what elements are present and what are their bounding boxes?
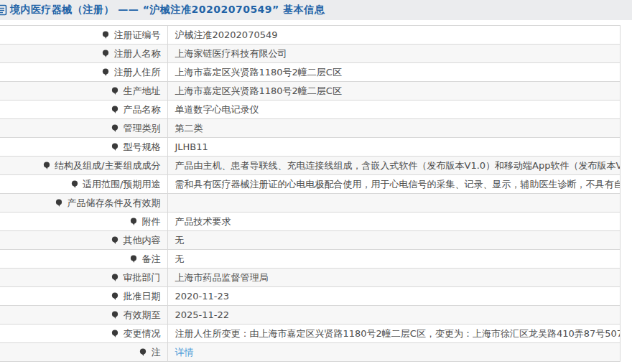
row-label-text: 注册证编号	[114, 29, 161, 40]
row-value-text: 无	[175, 253, 185, 264]
note-balloon-icon	[111, 292, 118, 303]
note-balloon-icon	[43, 162, 50, 172]
note-balloon-icon	[111, 236, 118, 247]
note-balloon-icon	[111, 311, 118, 322]
row-label: 变更情况	[0, 325, 167, 343]
table-row: 批准日期 2020-11-23	[0, 287, 621, 306]
info-table: 注册证编号 沪械注准20202070549 注册人名称 上海家链医疗科技有限公司	[0, 25, 621, 362]
row-value-text: 上海市嘉定区兴贤路1180号2幢二层C区	[175, 67, 342, 78]
table-row: 有效期至 2025-11-22	[0, 306, 621, 325]
row-value	[167, 194, 621, 213]
detail-link[interactable]: 详情	[175, 347, 194, 358]
row-label-text: 适用范围/预期用途	[83, 179, 160, 190]
row-value: 沪械注准20202070549	[167, 26, 621, 45]
table-row: 结构及组成/主要组成成分 产品由主机、患者导联线、充电连接线组成，含嵌入式软件（…	[0, 157, 621, 175]
row-label-text: 产品储存条件及有效期	[68, 197, 161, 208]
row-label-text: 生产地址	[124, 85, 161, 96]
row-label: 产品名称	[0, 101, 167, 119]
row-value: 注册人住所变更：由上海市嘉定区兴贤路1180号2幢二层C区，变更为：上海市徐汇区…	[167, 325, 621, 343]
row-label: 附件	[0, 213, 167, 231]
page-title: 境内医疗器械（注册） —— “沪械注准20202070549” 基本信息	[10, 4, 325, 17]
row-label: 审批部门	[0, 269, 167, 287]
row-label-text: 其他内容	[124, 235, 161, 246]
row-value-text: 产品技术要求	[175, 216, 231, 227]
row-value: JLHB11	[167, 138, 621, 157]
row-value-text: 上海市药品监督管理局	[175, 272, 269, 283]
row-value: 单道数字心电记录仪	[167, 101, 621, 119]
note-balloon-icon	[111, 124, 118, 135]
row-label: 产品储存条件及有效期	[0, 194, 167, 213]
row-label-text: 备注	[142, 253, 161, 264]
row-value-text: 上海市嘉定区兴贤路1180号2幢二层C区	[175, 85, 342, 96]
row-value: 2020-11-23	[167, 287, 621, 306]
row-value: 产品技术要求	[167, 213, 621, 231]
row-label: 注册人名称	[0, 45, 167, 63]
table-row: 审批部门 上海市药品监督管理局	[0, 269, 621, 287]
row-label-text: 有效期至	[124, 309, 161, 320]
table-row: 其他内容 无	[0, 231, 621, 250]
header-bar: 境内医疗器械（注册） —— “沪械注准20202070549” 基本信息	[0, 0, 632, 20]
row-label-text: 变更情况	[124, 328, 161, 339]
row-label-text: 注	[152, 347, 161, 358]
row-label: 管理类别	[0, 119, 167, 138]
row-value-text: JLHB11	[175, 141, 208, 152]
document-icon	[0, 4, 7, 16]
row-label: 型号规格	[0, 138, 167, 157]
row-value: 产品由主机、患者导联线、充电连接线组成，含嵌入式软件（发布版本V1.0）和移动端…	[167, 157, 621, 175]
note-balloon-icon	[71, 180, 78, 191]
row-value-text: 需和具有医疗器械注册证的心电电极配合使用，用于心电信号的采集、记录、显示，辅助医…	[175, 179, 621, 190]
note-balloon-icon	[111, 106, 118, 116]
table-row: 变更情况 注册人住所变更：由上海市嘉定区兴贤路1180号2幢二层C区，变更为：上…	[0, 325, 621, 343]
row-value-text: 第二类	[175, 123, 203, 134]
row-value: 无	[167, 231, 621, 250]
row-label-text: 审批部门	[124, 272, 161, 283]
row-value-text: 沪械注准20202070549	[175, 29, 278, 40]
row-label: 适用范围/预期用途	[0, 175, 167, 194]
row-value: 上海家链医疗科技有限公司	[167, 45, 621, 63]
table-row: 附件 产品技术要求	[0, 213, 621, 231]
table-row: 注册人名称 上海家链医疗科技有限公司	[0, 45, 621, 63]
table-row: 注册证编号 沪械注准20202070549	[0, 26, 621, 45]
row-label-text: 批准日期	[124, 291, 161, 302]
row-value-text: 2020-11-23	[175, 291, 230, 302]
row-label: 结构及组成/主要组成成分	[0, 157, 167, 175]
note-balloon-icon	[130, 255, 137, 266]
row-label-text: 附件	[142, 216, 161, 227]
note-balloon-icon	[111, 274, 118, 284]
note-balloon-icon	[102, 31, 109, 42]
row-label-text: 管理类别	[124, 123, 161, 134]
table-row: 产品名称 单道数字心电记录仪	[0, 101, 621, 119]
note-balloon-icon	[111, 143, 118, 154]
row-value: 上海市嘉定区兴贤路1180号2幢二层C区	[167, 63, 621, 82]
note-balloon-icon	[139, 348, 147, 359]
row-value: 上海市嘉定区兴贤路1180号2幢二层C区	[167, 82, 621, 101]
table-row: 注册人住所 上海市嘉定区兴贤路1180号2幢二层C区	[0, 63, 621, 82]
row-value-text: 注册人住所变更：由上海市嘉定区兴贤路1180号2幢二层C区，变更为：上海市徐汇区…	[175, 328, 621, 339]
row-label: 备注	[0, 250, 167, 269]
note-balloon-icon	[102, 50, 109, 60]
row-value-text: 2025-11-22	[175, 309, 230, 320]
note-balloon-icon	[130, 218, 137, 228]
row-label: 注册人住所	[0, 63, 167, 82]
row-label: 批准日期	[0, 287, 167, 306]
row-value-text: 产品由主机、患者导联线、充电连接线组成，含嵌入式软件（发布版本V1.0）和移动端…	[175, 160, 621, 171]
table-row: 型号规格 JLHB11	[0, 138, 621, 157]
note-balloon-icon	[102, 68, 109, 79]
table-row: 产品储存条件及有效期	[0, 194, 621, 213]
row-label: 其他内容	[0, 231, 167, 250]
row-label-text: 型号规格	[124, 141, 161, 152]
row-value: 需和具有医疗器械注册证的心电电极配合使用，用于心电信号的采集、记录、显示，辅助医…	[167, 175, 621, 194]
table-row: 备注 无	[0, 250, 621, 269]
row-label: 生产地址	[0, 82, 167, 101]
row-label-text: 注册人住所	[114, 67, 161, 78]
row-value: 详情	[167, 343, 621, 362]
row-value-text: 上海家链医疗科技有限公司	[175, 48, 287, 59]
row-label: 有效期至	[0, 306, 167, 325]
row-label-text: 注册人名称	[114, 48, 161, 59]
note-balloon-icon	[111, 330, 118, 340]
row-label: 注	[0, 343, 167, 362]
row-label-text: 结构及组成/主要组成成分	[55, 160, 160, 171]
row-value: 2025-11-22	[167, 306, 621, 325]
row-value: 第二类	[167, 119, 621, 138]
row-value: 无	[167, 250, 621, 269]
